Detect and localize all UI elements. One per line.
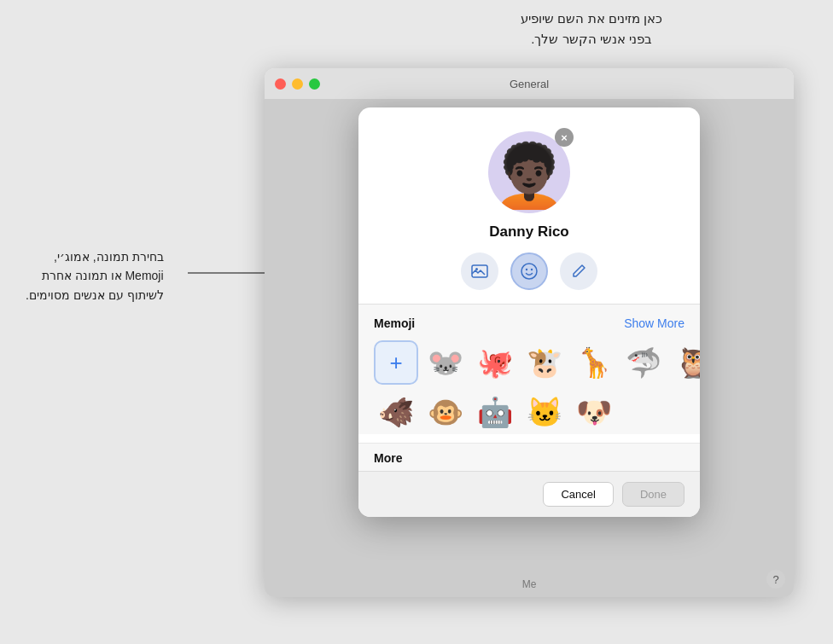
list-item[interactable]: 🤖 [473,390,517,434]
cancel-button[interactable]: Cancel [543,482,613,507]
picker-label: Memoji [374,316,415,330]
list-item[interactable]: 🦈 [621,340,666,385]
picker-section: Memoji Show More + 🐭 🐙 🐮 🦒 🦈 🦉 🐗 🐵 [358,304,700,434]
list-item[interactable]: 🐮 [522,340,567,385]
window-title: General [510,78,549,90]
action-buttons [461,252,597,290]
annotation-top: כאן מזינים את השם שיופיע בפני אנשי הקשר … [521,9,662,49]
list-item[interactable]: 🦉 [671,340,700,385]
memoji-face: 🧑🏿‍🦱 [491,145,568,206]
annotation-left: בחירת תמונה, אמוג׳י, Memoji או תמונה אחר… [26,247,164,305]
done-button[interactable]: Done [622,482,684,507]
me-label: Me [522,578,537,590]
more-label: More [374,451,402,465]
add-memoji-button[interactable]: + [374,340,418,385]
emoji-icon [520,262,539,281]
photo-icon [470,262,489,281]
avatar-close-button[interactable]: × [555,128,574,147]
more-section: More [358,443,700,471]
modal-footer: Cancel Done [358,471,700,517]
avatar-wrapper: 🧑🏿‍🦱 × [488,131,570,213]
list-item[interactable]: 🦒 [572,340,616,385]
svg-point-5 [526,269,527,270]
user-name: Danny Rico [489,223,569,241]
edit-icon [571,264,586,279]
choose-photo-button[interactable] [461,252,498,290]
traffic-lights [275,78,320,90]
show-more-button[interactable]: Show More [624,316,684,330]
list-item[interactable]: 🐙 [473,340,517,385]
emoji-grid: + 🐭 🐙 🐮 🦒 🦈 🦉 🐗 🐵 🤖 🐱 🐶 [374,340,684,434]
list-item[interactable]: 🐵 [423,390,468,434]
choose-emoji-button[interactable] [510,252,548,290]
help-button[interactable]: ? [766,570,785,589]
list-item[interactable]: 🐗 [374,390,418,434]
minimize-button[interactable] [292,78,303,90]
edit-button[interactable] [560,252,597,290]
list-item[interactable]: 🐱 [522,390,567,434]
maximize-button[interactable] [309,78,320,90]
avatar-section: 🧑🏿‍🦱 × Danny Rico [358,107,700,304]
titlebar: General [265,68,794,99]
main-window: General 🧑🏿‍🦱 × Danny Rico [265,68,794,597]
list-item[interactable]: 🐭 [423,340,468,385]
modal-dialog: 🧑🏿‍🦱 × Danny Rico [358,107,700,517]
svg-point-4 [521,264,537,279]
modal-overlay: 🧑🏿‍🦱 × Danny Rico [265,99,794,597]
picker-header: Memoji Show More [374,316,684,330]
list-item[interactable]: 🐶 [572,390,616,434]
close-button[interactable] [275,78,286,90]
svg-point-6 [531,269,533,270]
